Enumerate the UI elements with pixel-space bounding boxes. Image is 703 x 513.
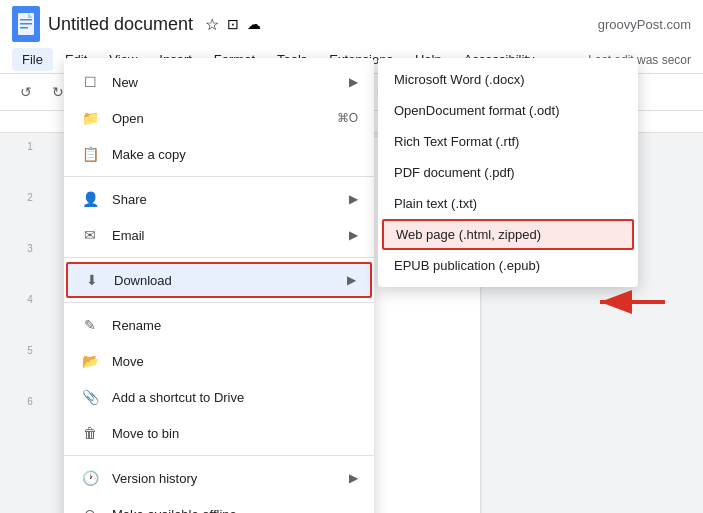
bin-icon: 🗑 [80, 423, 100, 443]
share-icon: 👤 [80, 189, 100, 209]
menu-item-move[interactable]: 📂 Move [64, 343, 374, 379]
red-arrow-indicator [590, 282, 670, 322]
email-arrow-icon: ▶ [349, 228, 358, 242]
menu-item-bin[interactable]: 🗑 Move to bin [64, 415, 374, 451]
menu-item-new[interactable]: ☐ New ▶ [64, 64, 374, 100]
submenu-epub-label: EPUB publication (.epub) [394, 258, 540, 273]
open-icon: 📁 [80, 108, 100, 128]
menu-item-move-label: Move [112, 354, 358, 369]
submenu-pdf-label: PDF document (.pdf) [394, 165, 515, 180]
cloud-icon[interactable]: ☁ [247, 16, 261, 32]
undo-button[interactable]: ↺ [12, 78, 40, 106]
line-num-2: 2 [27, 192, 33, 203]
offline-icon: ⊙ [80, 504, 100, 513]
title-row: Untitled document ☆ ⊡ ☁ groovyPost.com [12, 6, 691, 46]
submenu-rtf-label: Rich Text Format (.rtf) [394, 134, 519, 149]
menu-file[interactable]: File [12, 48, 53, 71]
menu-item-rename-label: Rename [112, 318, 358, 333]
menu-item-rename[interactable]: ✎ Rename [64, 307, 374, 343]
rename-icon: ✎ [80, 315, 100, 335]
menu-item-download-label: Download [114, 273, 347, 288]
submenu-odt-label: OpenDocument format (.odt) [394, 103, 559, 118]
email-icon: ✉ [80, 225, 100, 245]
doc-title: Untitled document [48, 14, 193, 35]
sep-1 [64, 176, 374, 177]
menu-item-new-label: New [112, 75, 349, 90]
brand-label: groovyPost.com [598, 17, 691, 32]
download-arrow-icon: ▶ [347, 273, 356, 287]
submenu-html[interactable]: Web page (.html, zipped) [382, 219, 634, 250]
submenu-word[interactable]: Microsoft Word (.docx) [378, 64, 638, 95]
menu-item-share[interactable]: 👤 Share ▶ [64, 181, 374, 217]
menu-item-make-copy[interactable]: 📋 Make a copy [64, 136, 374, 172]
sep-3 [64, 302, 374, 303]
left-panel: 1 2 3 4 5 6 [0, 111, 60, 513]
new-arrow-icon: ▶ [349, 75, 358, 89]
menu-item-share-label: Share [112, 192, 349, 207]
menu-item-offline[interactable]: ⊙ Make available offline [64, 496, 374, 513]
sep-2 [64, 257, 374, 258]
menu-item-version-history[interactable]: 🕐 Version history ▶ [64, 460, 374, 496]
menu-item-open-label: Open [112, 111, 313, 126]
svg-rect-1 [20, 19, 32, 21]
sep-4 [64, 455, 374, 456]
download-submenu: Microsoft Word (.docx) OpenDocument form… [378, 58, 638, 287]
menu-item-email-label: Email [112, 228, 349, 243]
file-dropdown: ☐ New ▶ 📁 Open ⌘O 📋 Make a copy 👤 Share … [64, 58, 374, 513]
star-icon[interactable]: ☆ [205, 15, 219, 34]
submenu-odt[interactable]: OpenDocument format (.odt) [378, 95, 638, 126]
history-icon: 🕐 [80, 468, 100, 488]
menu-item-bin-label: Move to bin [112, 426, 358, 441]
menu-item-open[interactable]: 📁 Open ⌘O [64, 100, 374, 136]
history-arrow-icon: ▶ [349, 471, 358, 485]
menu-item-offline-label: Make available offline [112, 507, 358, 514]
menu-item-shortcut-label: Add a shortcut to Drive [112, 390, 358, 405]
menu-item-add-shortcut[interactable]: 📎 Add a shortcut to Drive [64, 379, 374, 415]
line-num-4: 4 [27, 294, 33, 305]
line-num-6: 6 [27, 396, 33, 407]
submenu-word-label: Microsoft Word (.docx) [394, 72, 525, 87]
doc-icon [12, 6, 40, 42]
svg-rect-2 [20, 23, 32, 25]
new-icon: ☐ [80, 72, 100, 92]
menu-item-copy-label: Make a copy [112, 147, 358, 162]
menu-item-email[interactable]: ✉ Email ▶ [64, 217, 374, 253]
open-shortcut: ⌘O [337, 111, 358, 125]
title-icons: ☆ ⊡ ☁ [205, 15, 261, 34]
move-icon: 📂 [80, 351, 100, 371]
copy-icon: 📋 [80, 144, 100, 164]
submenu-txt[interactable]: Plain text (.txt) [378, 188, 638, 219]
submenu-epub[interactable]: EPUB publication (.epub) [378, 250, 638, 281]
submenu-pdf[interactable]: PDF document (.pdf) [378, 157, 638, 188]
menu-item-download[interactable]: ⬇ Download ▶ [66, 262, 372, 298]
share-arrow-icon: ▶ [349, 192, 358, 206]
submenu-txt-label: Plain text (.txt) [394, 196, 477, 211]
present-icon[interactable]: ⊡ [227, 16, 239, 32]
download-icon: ⬇ [82, 270, 102, 290]
submenu-rtf[interactable]: Rich Text Format (.rtf) [378, 126, 638, 157]
line-num-5: 5 [27, 345, 33, 356]
submenu-html-label: Web page (.html, zipped) [396, 227, 541, 242]
shortcut-icon: 📎 [80, 387, 100, 407]
menu-item-version-label: Version history [112, 471, 349, 486]
line-num-1: 1 [27, 141, 33, 152]
svg-rect-3 [20, 27, 28, 29]
line-num-3: 3 [27, 243, 33, 254]
